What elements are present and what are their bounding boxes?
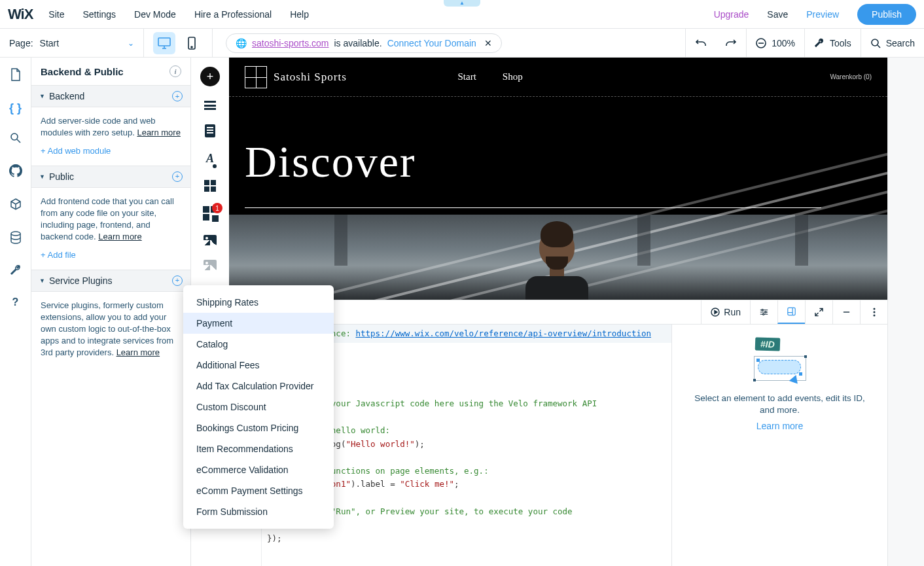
add-file-link[interactable]: + Add file (41, 249, 181, 261)
nav-start[interactable]: Start (458, 71, 476, 82)
rail-braces-icon[interactable]: { } (9, 101, 22, 115)
apps-tool[interactable] (204, 180, 216, 192)
desktop-view-button[interactable] (153, 32, 175, 54)
service-plugins-label: Service Plugins (49, 275, 113, 286)
search-button[interactable]: Search (861, 29, 924, 57)
tools-button[interactable]: Tools (804, 29, 861, 57)
panel-title-text: Backend & Public (41, 66, 124, 77)
domain-chip: 🌐 satoshi-sports.com is available. Conne… (226, 33, 502, 53)
inspector-text: Select an element to add events, edit it… (688, 393, 872, 417)
app-market-tool[interactable]: 1 (203, 206, 217, 221)
kebab-icon (873, 308, 876, 317)
rail-file-icon[interactable] (10, 68, 22, 84)
mobile-icon (188, 37, 196, 50)
popup-item-recommendations[interactable]: Item Recommendations (183, 438, 334, 459)
popup-item-ecomm-payment-settings[interactable]: eComm Payment Settings (183, 480, 334, 501)
rail-wrench-icon[interactable] (10, 264, 22, 279)
site-title: Satoshi Sports (274, 71, 347, 84)
media-tool[interactable] (204, 235, 217, 245)
top-menu: Site Settings Dev Mode Hire a Profession… (48, 9, 309, 20)
editor-settings-button[interactable] (750, 300, 777, 324)
expand-button[interactable] (805, 300, 832, 324)
page-selector[interactable]: Page: Start ⌄ (0, 29, 144, 57)
menu-settings[interactable]: Settings (82, 9, 116, 20)
popup-item-payment[interactable]: Payment (183, 313, 334, 334)
triangle-down-icon: ▼ (39, 93, 45, 99)
add-public-icon[interactable]: + (172, 171, 183, 182)
popup-item-bookings-pricing[interactable]: Bookings Custom Pricing (183, 417, 334, 438)
backend-learn-more[interactable]: Learn more (137, 128, 180, 137)
menu-hire-pro[interactable]: Hire a Professional (194, 9, 272, 20)
person-graphic (525, 228, 588, 300)
media-tool-2[interactable] (204, 260, 217, 270)
pages-tool[interactable] (205, 124, 215, 137)
redo-button[interactable] (716, 29, 746, 57)
domain-available-text: is available. (334, 38, 382, 48)
service-plugins-learn-more[interactable]: Learn more (116, 347, 160, 357)
svg-point-10 (762, 313, 764, 315)
sections-tool[interactable] (204, 101, 216, 110)
properties-panel-button[interactable] (777, 300, 805, 324)
popup-item-custom-discount[interactable]: Custom Discount (183, 397, 334, 417)
add-backend-icon[interactable]: + (172, 91, 183, 101)
popup-item-ecommerce-validation[interactable]: eCommerce Validation (183, 459, 334, 480)
save-button[interactable]: Save (767, 9, 788, 20)
popup-item-shipping-rates[interactable]: Shipping Rates (183, 292, 334, 313)
rail-package-icon[interactable] (9, 198, 22, 214)
theme-tool[interactable]: A (206, 152, 214, 166)
rail-github-icon[interactable] (9, 164, 22, 181)
rail-help-icon[interactable]: ? (12, 296, 19, 308)
rail-database-icon[interactable] (10, 231, 22, 247)
site-cart[interactable]: Warenkorb (0) (830, 73, 872, 80)
backend-body: Add server-side code and web modules wit… (31, 107, 190, 166)
secondary-toolbar: Page: Start ⌄ 🌐 satoshi-sports.com is av… (0, 29, 924, 58)
pull-down-tab[interactable]: ▲ (444, 0, 480, 7)
popup-item-tax-provider[interactable]: Add Tax Calculation Provider (183, 376, 334, 397)
popup-item-additional-fees[interactable]: Additional Fees (183, 355, 334, 376)
site-logo-icon (245, 66, 267, 88)
svg-point-14 (873, 314, 875, 316)
nav-shop[interactable]: Shop (503, 71, 523, 82)
close-icon[interactable]: ✕ (484, 38, 492, 48)
public-learn-more[interactable]: Learn more (98, 232, 141, 241)
info-icon[interactable]: i (169, 65, 181, 77)
undo-icon (695, 37, 707, 49)
svg-point-13 (873, 311, 875, 313)
mobile-view-button[interactable] (181, 32, 203, 54)
connect-domain-link[interactable]: Connect Your Domain (387, 38, 476, 48)
domain-name[interactable]: satoshi-sports.com (252, 38, 329, 48)
undo-button[interactable] (685, 29, 716, 57)
globe-icon: 🌐 (236, 38, 247, 48)
zoom-value: 100% (772, 38, 795, 48)
inspector-learn-more[interactable]: Learn more (756, 421, 804, 431)
svg-point-8 (762, 309, 763, 310)
menu-help[interactable]: Help (290, 9, 309, 20)
add-element-button[interactable]: + (200, 67, 220, 86)
service-plugin-popup: Shipping Rates Payment Catalog Additiona… (183, 285, 334, 529)
play-icon (711, 308, 720, 317)
svg-point-2 (191, 46, 192, 48)
right-scrollbar-gutter[interactable] (887, 58, 924, 566)
preview-button[interactable]: Preview (806, 9, 839, 20)
popup-item-form-submission[interactable]: Form Submission (183, 501, 334, 522)
backend-section-header[interactable]: ▼ Backend + (31, 85, 190, 107)
add-service-plugin-icon[interactable]: + (172, 275, 183, 286)
service-plugins-section-header[interactable]: ▼ Service Plugins + (31, 270, 190, 292)
more-button[interactable] (860, 300, 887, 324)
add-web-module-link[interactable]: + Add web module (41, 145, 181, 157)
upgrade-link[interactable]: Upgrade (714, 9, 749, 20)
menu-site[interactable]: Site (48, 9, 64, 20)
triangle-down-icon: ▼ (39, 173, 45, 180)
zoom-control[interactable]: 100% (746, 29, 804, 57)
popup-item-catalog[interactable]: Catalog (183, 334, 334, 355)
minimize-button[interactable] (832, 300, 860, 324)
run-button[interactable]: Run (701, 300, 750, 324)
menu-dev-mode[interactable]: Dev Mode (134, 9, 176, 20)
publish-button[interactable]: Publish (857, 4, 916, 25)
svg-point-12 (873, 308, 875, 310)
left-rail: { } ? (0, 58, 31, 566)
rail-search-icon[interactable] (10, 132, 22, 147)
public-section-header[interactable]: ▼ Public + (31, 166, 190, 188)
canvas[interactable]: Satoshi Sports Start Shop Warenkorb (0) … (229, 58, 887, 300)
panel-title: Backend & Public i (31, 58, 190, 85)
